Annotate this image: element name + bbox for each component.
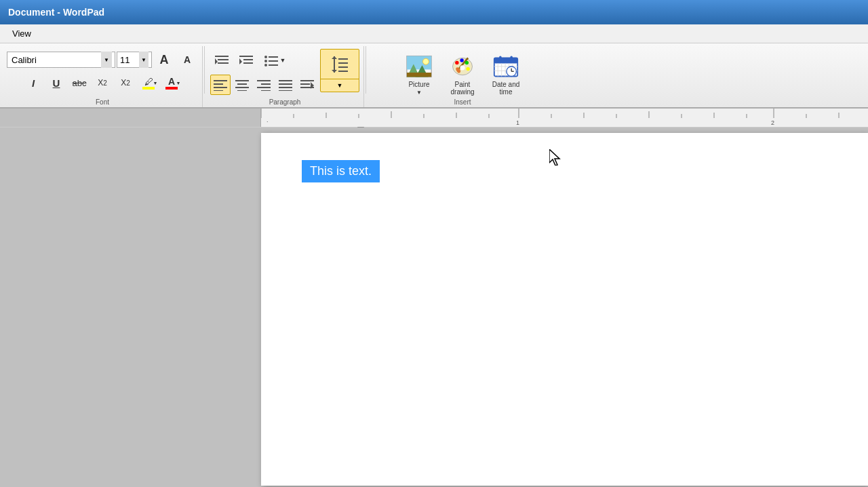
- menu-view[interactable]: View: [5, 26, 38, 41]
- svg-text:2: 2: [771, 119, 774, 126]
- insert-buttons: Picture ▼: [400, 49, 525, 100]
- align-right-button[interactable]: [254, 75, 274, 95]
- font-size-arrow[interactable]: ▼: [139, 52, 149, 68]
- left-panel: [0, 128, 261, 486]
- svg-text:1: 1: [516, 119, 519, 126]
- strikethrough-button[interactable]: abc: [68, 72, 90, 94]
- font-color-button[interactable]: A ▼: [161, 72, 182, 94]
- svg-rect-57: [499, 56, 502, 61]
- line-spacing-button[interactable]: ▼: [320, 49, 359, 92]
- grow-font-button[interactable]: A: [153, 49, 175, 71]
- menu-bar: View: [0, 24, 868, 43]
- title-bar: Document - WordPad: [0, 0, 868, 24]
- align-center-button[interactable]: [232, 75, 252, 95]
- ruler-track: · 1 2: [261, 109, 868, 127]
- svg-marker-3: [215, 58, 218, 64]
- insert-group: Picture ▼: [368, 46, 557, 107]
- date-time-button[interactable]: Date andtime: [487, 52, 525, 98]
- ruler: ▽ △ · 1 2: [0, 109, 868, 128]
- picture-button[interactable]: Picture ▼: [400, 52, 438, 98]
- svg-point-50: [455, 61, 458, 64]
- svg-point-8: [264, 56, 267, 58]
- paragraph-group: ▼: [206, 46, 364, 107]
- shrink-font-button[interactable]: A: [176, 49, 198, 71]
- svg-rect-56: [494, 58, 517, 63]
- rtl-indent-button[interactable]: [297, 75, 317, 95]
- svg-rect-45: [407, 73, 431, 77]
- picture-icon: [406, 54, 432, 79]
- title-bar-text: Document - WordPad: [8, 7, 104, 18]
- divider-1: [204, 46, 205, 94]
- font-group: Calibri ▼ 11 ▼ A A I U abc X2 X2: [3, 46, 203, 107]
- svg-point-54: [460, 65, 465, 70]
- decrease-indent-button[interactable]: [210, 49, 233, 72]
- ribbon-content: Calibri ▼ 11 ▼ A A I U abc X2 X2: [0, 46, 868, 107]
- svg-point-46: [422, 58, 429, 64]
- para-row-1: ▼: [210, 49, 317, 72]
- highlight-button[interactable]: 🖊 ▼: [138, 72, 159, 94]
- svg-point-53: [466, 67, 469, 71]
- insert-group-label: Insert: [368, 98, 557, 106]
- para-buttons: ▼: [210, 49, 359, 100]
- increase-indent-button[interactable]: [235, 49, 258, 72]
- date-time-icon: [493, 54, 519, 79]
- line-spacing-dropdown[interactable]: ▼: [321, 79, 359, 92]
- font-name-arrow[interactable]: ▼: [101, 52, 112, 68]
- justify-button[interactable]: [275, 75, 296, 95]
- svg-marker-7: [239, 58, 242, 64]
- para-row-2: [210, 75, 317, 95]
- page-area: This is text.: [261, 128, 868, 486]
- paint-icon: [450, 54, 475, 79]
- para-left-col: ▼: [210, 49, 317, 96]
- divider-2: [366, 46, 366, 94]
- svg-point-52: [465, 61, 469, 64]
- selected-text[interactable]: This is text.: [302, 160, 380, 182]
- subscript-button[interactable]: X2: [92, 72, 113, 94]
- font-row-2: I U abc X2 X2 🖊 ▼ A: [22, 72, 182, 94]
- svg-text:·: ·: [267, 118, 269, 125]
- font-size-value: 11: [120, 55, 139, 65]
- font-size-combo[interactable]: 11 ▼: [117, 52, 152, 68]
- svg-rect-58: [510, 56, 513, 61]
- paragraph-group-label: Paragraph: [206, 98, 363, 106]
- line-spacing-top[interactable]: [321, 50, 359, 79]
- paint-drawing-button[interactable]: Paintdrawing: [443, 52, 481, 98]
- page[interactable]: This is text.: [261, 133, 868, 486]
- document-area: This is text.: [0, 128, 868, 486]
- bullets-button[interactable]: ▼: [259, 49, 290, 72]
- ruler-left-margin: ▽ △: [0, 109, 261, 127]
- font-row-1: Calibri ▼ 11 ▼ A A: [7, 49, 198, 71]
- underline-button[interactable]: U: [45, 72, 67, 94]
- svg-point-10: [264, 60, 267, 62]
- italic-button[interactable]: I: [22, 72, 44, 94]
- font-name-value: Calibri: [10, 55, 101, 65]
- font-group-label: Font: [3, 98, 202, 106]
- picture-label: Picture: [408, 81, 429, 88]
- paint-label: Paintdrawing: [450, 81, 474, 96]
- superscript-button[interactable]: X2: [115, 72, 136, 94]
- svg-point-12: [264, 64, 267, 66]
- svg-point-51: [460, 58, 463, 62]
- align-left-button[interactable]: [210, 75, 231, 95]
- font-name-combo[interactable]: Calibri ▼: [7, 52, 115, 68]
- ribbon: Calibri ▼ 11 ▼ A A I U abc X2 X2: [0, 43, 868, 109]
- picture-dropdown[interactable]: ▼: [416, 90, 422, 96]
- date-time-label: Date andtime: [492, 81, 520, 96]
